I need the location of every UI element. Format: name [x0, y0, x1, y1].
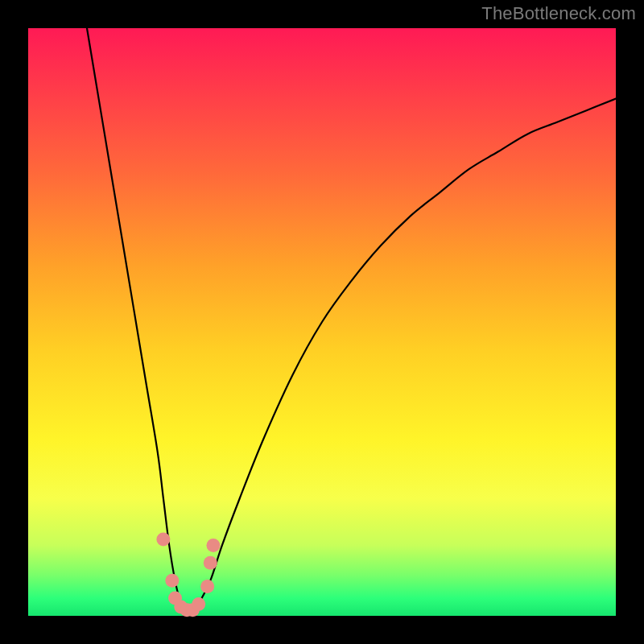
curve-marker [156, 533, 170, 547]
chart-frame: TheBottleneck.com [0, 0, 644, 644]
plot-area [28, 28, 616, 616]
markers-group [156, 533, 220, 617]
watermark-text: TheBottleneck.com [481, 3, 636, 24]
curve-marker [206, 539, 220, 552]
curve-marker [165, 574, 179, 588]
bottleneck-curve [87, 28, 616, 617]
curve-marker [204, 556, 217, 570]
curve-marker [200, 580, 214, 593]
curve-layer [28, 28, 616, 616]
curve-marker [192, 597, 205, 611]
